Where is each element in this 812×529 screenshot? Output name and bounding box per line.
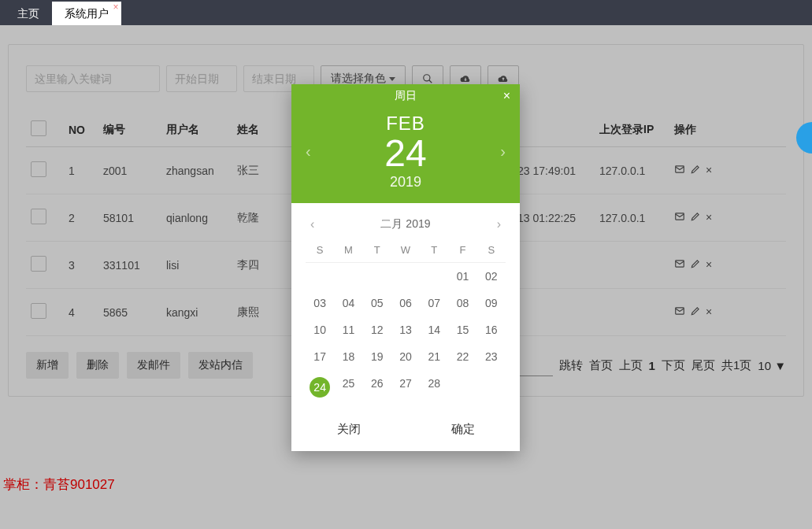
picker-next-month[interactable]: ›: [497, 217, 501, 231]
weekday-header: S: [306, 238, 334, 263]
picker-prev-day[interactable]: ‹: [306, 142, 311, 161]
calendar-day[interactable]: 11: [334, 316, 362, 343]
picker-cancel-button[interactable]: 关闭: [337, 422, 361, 437]
pager-first[interactable]: 首页: [589, 358, 613, 373]
calendar-day[interactable]: 15: [448, 316, 476, 343]
col-ops: 操作: [669, 113, 786, 147]
cell-no: 2: [64, 194, 98, 242]
cell-username: qianlong: [161, 194, 232, 242]
calendar-day[interactable]: 09: [477, 290, 506, 316]
cloud-download-icon: [460, 73, 471, 84]
calendar-day[interactable]: 06: [391, 290, 420, 316]
pager-pagesize[interactable]: 10 ▼: [758, 359, 786, 372]
calendar-day[interactable]: 03: [306, 290, 334, 316]
row-mail-icon[interactable]: [674, 211, 685, 224]
calendar-day[interactable]: 20: [391, 343, 420, 370]
picker-ok-button[interactable]: 确定: [451, 422, 475, 437]
row-checkbox[interactable]: [31, 256, 46, 272]
row-delete-icon[interactable]: ×: [706, 306, 712, 317]
col-username: 用户名: [161, 113, 232, 147]
cell-code: 58101: [98, 194, 161, 242]
svg-point-0: [424, 75, 430, 81]
select-all-checkbox[interactable]: [31, 120, 46, 136]
cell-code: z001: [98, 147, 161, 194]
cell-no: 4: [64, 289, 98, 336]
add-button[interactable]: 新增: [26, 352, 69, 379]
row-delete-icon[interactable]: ×: [706, 259, 712, 270]
keyword-input[interactable]: [26, 65, 160, 92]
weekday-header: T: [420, 238, 448, 263]
calendar-day[interactable]: 18: [334, 343, 362, 370]
cell-ops: ×: [669, 289, 786, 336]
watermark: 掌柜：青苔901027: [3, 475, 115, 494]
calendar-day[interactable]: 08: [448, 290, 476, 316]
pager-jump[interactable]: 跳转: [559, 358, 583, 373]
calendar-day[interactable]: 28: [420, 370, 448, 405]
pager-current: 1: [649, 359, 655, 372]
search-icon: [422, 73, 433, 84]
calendar-day[interactable]: 23: [477, 343, 506, 370]
calendar-day[interactable]: 10: [306, 316, 334, 343]
close-icon[interactable]: ×: [110, 2, 121, 13]
pager-last[interactable]: 尾页: [691, 358, 715, 373]
row-edit-icon[interactable]: [690, 164, 701, 176]
calendar-day[interactable]: 05: [363, 290, 391, 316]
pager-prev[interactable]: 上页: [619, 358, 643, 373]
pager-next[interactable]: 下页: [662, 358, 685, 373]
calendar-day[interactable]: 27: [391, 370, 420, 405]
send-mail-button[interactable]: 发邮件: [127, 352, 180, 379]
pagination: 条 跳转 首页 上页 1 下页 尾页 共1页 10 ▼: [495, 354, 786, 376]
cell-last-ip: 127.0.0.1: [595, 194, 669, 242]
calendar-day[interactable]: 17: [306, 343, 334, 370]
col-no: NO: [64, 113, 98, 147]
weekday-header: S: [477, 238, 506, 263]
row-delete-icon[interactable]: ×: [706, 165, 712, 176]
row-mail-icon[interactable]: [674, 164, 685, 176]
calendar-day[interactable]: 01: [448, 263, 476, 290]
calendar-day[interactable]: 26: [363, 370, 391, 405]
weekday-header: F: [448, 238, 476, 263]
calendar-day[interactable]: 04: [334, 290, 362, 316]
send-sitemsg-button[interactable]: 发站内信: [188, 352, 253, 379]
row-edit-icon[interactable]: [690, 305, 701, 318]
col-last-ip: 上次登录IP: [595, 113, 669, 147]
row-delete-icon[interactable]: ×: [706, 212, 712, 223]
cloud-upload-icon: [498, 73, 509, 84]
picker-next-day[interactable]: ›: [500, 142, 506, 161]
calendar-day[interactable]: 13: [391, 316, 420, 343]
tab-system-users[interactable]: 系统用户 ×: [52, 2, 121, 25]
cell-no: 3: [64, 242, 98, 289]
calendar-day[interactable]: 22: [448, 343, 476, 370]
row-checkbox[interactable]: [31, 303, 46, 319]
cell-ops: ×: [669, 242, 786, 289]
calendar-day[interactable]: 07: [420, 290, 448, 316]
date-picker: 周日 × ‹ FEB 24 2019 › ‹ 二月 2019 › SMTWTFS…: [291, 84, 520, 451]
calendar-day[interactable]: 24: [306, 370, 334, 405]
calendar-day[interactable]: 21: [420, 343, 448, 370]
cell-username: kangxi: [161, 289, 232, 336]
calendar-day[interactable]: 19: [363, 343, 391, 370]
row-mail-icon[interactable]: [674, 305, 685, 318]
svg-line-1: [429, 80, 432, 83]
calendar-day[interactable]: 02: [477, 263, 506, 290]
row-checkbox[interactable]: [31, 161, 46, 177]
row-mail-icon[interactable]: [674, 258, 685, 271]
row-edit-icon[interactable]: [690, 258, 701, 271]
calendar-day[interactable]: 16: [477, 316, 506, 343]
cell-last-ip: 127.0.0.1: [595, 147, 669, 194]
delete-button[interactable]: 删除: [76, 352, 119, 379]
row-edit-icon[interactable]: [690, 211, 701, 224]
start-date-input[interactable]: [166, 65, 237, 92]
pager-total: 共1页: [721, 358, 751, 373]
picker-close-icon[interactable]: ×: [503, 89, 510, 103]
calendar-day[interactable]: 12: [363, 316, 391, 343]
weekday-header: W: [391, 238, 420, 263]
row-checkbox[interactable]: [31, 209, 46, 224]
cell-last-ip: [595, 242, 669, 289]
cell-code: 5865: [98, 289, 161, 336]
calendar-day[interactable]: 14: [420, 316, 448, 343]
calendar-day[interactable]: 25: [334, 370, 362, 405]
cell-code: 331101: [98, 242, 161, 289]
tab-home[interactable]: 主页: [5, 2, 52, 25]
picker-prev-month[interactable]: ‹: [310, 217, 314, 231]
